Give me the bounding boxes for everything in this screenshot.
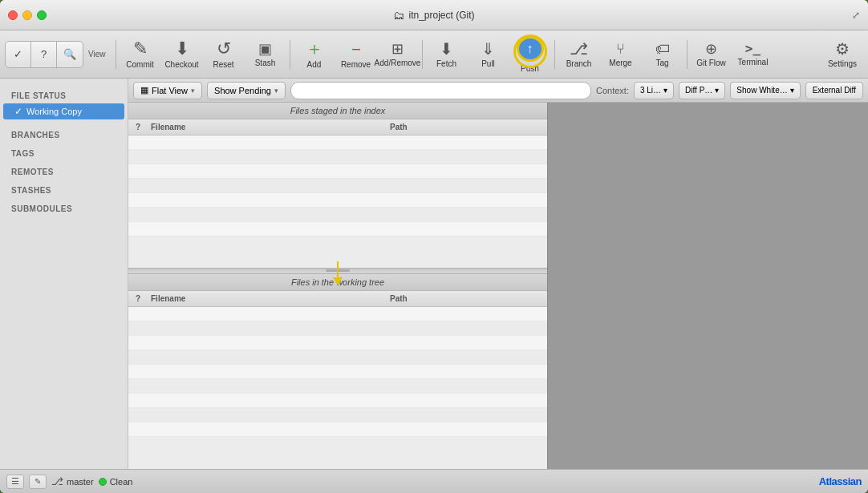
table-row — [128, 379, 547, 394]
edit-button[interactable]: ✎ — [29, 475, 47, 489]
diff-arrow: ▾ — [715, 86, 719, 95]
file-status-label: FILE STATUS — [0, 85, 128, 103]
remove-icon: － — [347, 40, 365, 58]
table-row — [128, 179, 547, 193]
view-search-button[interactable]: 🔍 — [57, 42, 83, 67]
stashes-label: STASHES — [0, 180, 128, 198]
staged-filename-col: Filename — [148, 123, 387, 131]
working-copy-label: Working Copy — [26, 107, 82, 116]
terminal-button[interactable]: >_ Terminal — [732, 33, 774, 76]
view-check-button[interactable]: ✓ — [6, 42, 31, 67]
stash-icon: ▣ — [258, 42, 272, 56]
ext-diff-label: External Diff — [813, 86, 856, 95]
push-label: Push — [521, 64, 539, 73]
settings-button[interactable]: ⚙ Settings — [821, 33, 863, 76]
remove-button[interactable]: － Remove — [335, 33, 377, 76]
pending-arrow: ▾ — [274, 87, 278, 95]
table-row — [128, 193, 547, 208]
view-question-button[interactable]: ? — [31, 42, 57, 67]
add-remove-label: Add/Remove — [375, 59, 421, 67]
tag-icon: 🏷 — [655, 42, 670, 56]
wt-flag-col: ? — [128, 294, 148, 303]
reset-button[interactable]: ↺ Reset — [203, 33, 245, 76]
tag-button[interactable]: 🏷 Tag — [642, 33, 683, 76]
stash-button[interactable]: ▣ Stash — [245, 33, 286, 76]
sidebar: FILE STATUS ✓ Working Copy BRANCHES TAGS… — [0, 79, 128, 469]
push-icon-bg: ↑ — [517, 36, 544, 62]
git-flow-icon: ⊕ — [705, 42, 717, 56]
close-button[interactable] — [8, 10, 18, 20]
remotes-label: REMOTES — [0, 161, 128, 180]
commit-label: Commit — [126, 60, 153, 69]
sep-5 — [687, 40, 688, 69]
fetch-icon: ⬇ — [440, 41, 453, 57]
sep-3 — [422, 40, 423, 69]
push-icon: ↑ — [527, 42, 533, 56]
stash-label: Stash — [255, 59, 276, 67]
table-row — [128, 208, 547, 222]
merge-label: Merge — [609, 59, 631, 67]
add-remove-button[interactable]: ⊞ Add/Remove — [377, 33, 419, 76]
file-panels: Files staged in the index ? Filename Pat… — [128, 103, 547, 469]
fetch-label: Fetch — [436, 59, 456, 68]
fetch-button[interactable]: ⬇ Fetch — [426, 33, 468, 76]
working-tree-table-header: ? Filename Path — [128, 291, 547, 307]
diff-area — [547, 103, 868, 469]
context-arrow: ▾ — [663, 86, 667, 95]
fullscreen-button[interactable] — [37, 10, 47, 20]
remove-label: Remove — [341, 60, 371, 69]
working-tree-file-rows[interactable] — [128, 307, 547, 469]
checkout-button[interactable]: ⬇ Checkout — [161, 33, 203, 76]
pull-button[interactable]: ⇓ Pull — [468, 33, 509, 76]
view-label: View — [88, 50, 106, 59]
table-row — [128, 135, 547, 150]
clean-label: Clean — [110, 477, 133, 487]
main-window: 🗂 itn_project (Git) ⤢ ✓ ? 🔍 View ✎ Commi… — [0, 0, 868, 493]
git-flow-button[interactable]: ⊕ Git Flow — [691, 33, 732, 76]
external-diff-button[interactable]: External Diff — [805, 82, 863, 99]
clean-status-dot — [99, 478, 107, 486]
merge-button[interactable]: ⑂ Merge — [600, 33, 642, 76]
filter-right-controls: Context: 3 Li… ▾ Diff P… ▾ Show White… ▾ — [596, 82, 863, 99]
add-remove-icon: ⊞ — [391, 42, 404, 56]
clean-status: Clean — [99, 477, 133, 487]
branch-name: master — [67, 477, 94, 487]
flat-view-icon: ▦ — [140, 85, 148, 95]
flat-view-dropdown[interactable]: ▦ Flat View ▾ — [133, 82, 202, 99]
bottom-bar: ☰ ✎ ⎇ master Clean Atlassian — [0, 469, 868, 493]
branches-label: BRANCHES — [0, 124, 128, 143]
sidebar-item-working-copy[interactable]: ✓ Working Copy — [3, 103, 124, 119]
table-row — [128, 307, 547, 321]
add-button[interactable]: ＋ Add — [294, 33, 335, 76]
table-row — [128, 422, 547, 437]
checkout-label: Checkout — [164, 60, 198, 69]
diff-dropdown[interactable]: Diff P… ▾ — [679, 82, 725, 99]
table-row — [128, 321, 547, 336]
submodules-label: SUBMODULES — [0, 198, 128, 216]
push-button[interactable]: ↑ Push — [509, 33, 551, 76]
flat-view-arrow: ▾ — [191, 87, 195, 95]
context-dropdown[interactable]: 3 Li… ▾ — [634, 82, 674, 99]
context-label-static: Context: — [596, 86, 629, 95]
add-icon: ＋ — [306, 40, 323, 58]
minimize-button[interactable] — [22, 10, 32, 20]
staged-file-rows[interactable] — [128, 135, 547, 268]
staged-table-header: ? Filename Path — [128, 119, 547, 135]
panels-container: Files staged in the index ? Filename Pat… — [128, 103, 868, 469]
view-group: ✓ ? 🔍 — [5, 41, 83, 68]
commit-button[interactable]: ✎ Commit — [120, 33, 161, 76]
show-pending-dropdown[interactable]: Show Pending ▾ — [207, 82, 286, 99]
commit-icon: ✎ — [133, 40, 148, 58]
show-white-dropdown[interactable]: Show White… ▾ — [730, 82, 800, 99]
terminal-icon: >_ — [745, 42, 761, 55]
expand-icon[interactable]: ⤢ — [852, 10, 860, 21]
table-row — [128, 394, 547, 408]
sidebar-toggle-button[interactable]: ☰ — [6, 475, 24, 489]
search-input[interactable] — [290, 82, 591, 99]
reset-label: Reset — [213, 60, 233, 69]
diff-value: Diff P… — [685, 86, 712, 95]
tags-label: TAGS — [0, 143, 128, 161]
branch-button[interactable]: ⎇ Branch — [558, 33, 600, 76]
title-folder-icon: 🗂 — [393, 9, 404, 22]
arrow-line — [337, 261, 339, 277]
